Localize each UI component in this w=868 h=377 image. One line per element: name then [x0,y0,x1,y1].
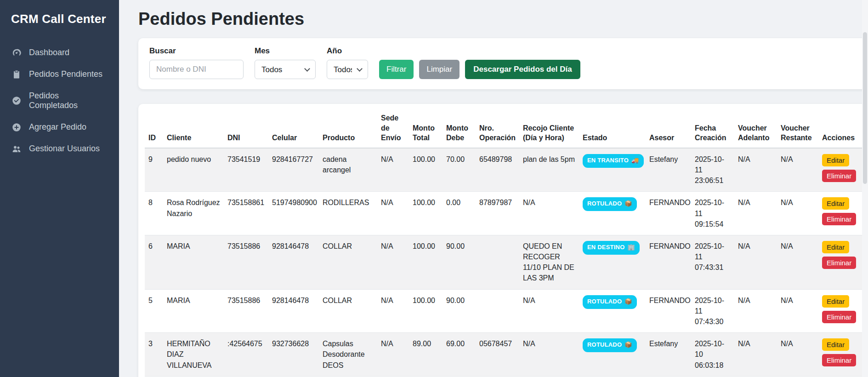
col-header-fecha-creacion: Fecha Creación [691,109,734,148]
estado-label: EN DESTINO [587,244,624,251]
estado-icon: 🏢 [627,244,635,251]
col-header-recojo-cliente: Recojo Cliente (Día y Hora) [519,109,579,148]
cell-dni: 735158861 [224,192,268,235]
sidebar-item-pedidos-pendientes[interactable]: Pedidos Pendientes [0,63,119,85]
anio-select[interactable]: Todos [327,60,368,79]
sidebar-item-pedidos-completados[interactable]: Pedidos Completados [0,85,119,116]
cell-monto-debe: 69.00 [443,333,476,377]
eliminar-button[interactable]: Eliminar [822,311,856,323]
cell-id: 8 [145,192,163,235]
cell-fecha-creacion: 2025-10-11 07:43:31 [691,235,734,289]
descargar-pedidos-button[interactable]: Descargar Pedidos del Día [465,60,580,79]
cell-id: 5 [145,289,163,333]
cell-celular: 9284167727 [268,148,319,192]
sidebar-item-agregar-pedido[interactable]: Agregar Pedido [0,116,119,138]
cell-monto-total: 100.00 [409,148,443,192]
table-row: 6 MARIA 73515886 928146478 COLLAR N/A 10… [145,235,862,289]
estado-badge: ROTULADO📦 [583,295,637,309]
cell-asesor: Estefany [646,148,691,192]
col-header-sede-envio: Sede de Envío [377,109,409,148]
cell-monto-debe: 90.00 [443,235,476,289]
sidebar: CRM Call Center Dashboard Pedidos Pendie… [0,0,119,377]
table-header-row: ID Cliente DNI Celular Producto Sede de … [145,109,862,148]
col-header-producto: Producto [319,109,377,148]
main-content: Pedidos Pendientes Buscar Mes Todos Año [119,0,868,377]
cell-estado: ROTULADO📦 [579,192,646,235]
cell-estado: ROTULADO📦 [579,333,646,377]
cell-nro-operacion [476,289,519,333]
cell-cliente: MARIA [163,235,224,289]
cell-celular: 932736628 [268,333,319,377]
cell-celular: 51974980900 [268,192,319,235]
cell-celular: 928146478 [268,235,319,289]
col-header-nro-operacion: Nro. Operación [476,109,519,148]
app-root: CRM Call Center Dashboard Pedidos Pendie… [0,0,868,377]
cell-voucher-adelanto: N/A [734,289,777,333]
mes-select[interactable]: Todos [255,60,316,79]
search-input[interactable] [149,60,244,79]
cell-monto-debe: 0.00 [443,192,476,235]
cell-estado: ROTULADO📦 [579,289,646,333]
eliminar-button[interactable]: Eliminar [822,170,856,182]
table-row: 8 Rosa Rodríguez Nazario 735158861 51974… [145,192,862,235]
estado-label: EN TRANSITO [587,157,629,164]
sidebar-item-dashboard[interactable]: Dashboard [0,42,119,63]
estado-badge: EN TRANSITO🚚 [583,154,644,168]
cell-cliente: HERMITAÑO DIAZ VILLANUEVA [163,333,224,377]
cell-sede-envio: N/A [377,148,409,192]
cell-acciones: Editar Eliminar [818,235,862,289]
cell-voucher-restante: N/A [777,289,818,333]
cell-producto: cadena arcangel [319,148,377,192]
col-header-cliente: Cliente [163,109,224,148]
cell-producto: Capsulas Desodorante DEOS [319,333,377,377]
clipboard-icon [12,70,21,79]
anio-group: Año Todos [327,46,368,79]
estado-label: ROTULADO [587,200,622,207]
cell-acciones: Editar Eliminar [818,289,862,333]
editar-button[interactable]: Editar [822,241,849,253]
cell-cliente: pedido nuevo [163,148,224,192]
cell-monto-debe: 90.00 [443,289,476,333]
cell-dni: 73541519 [224,148,268,192]
cell-nro-operacion: 87897987 [476,192,519,235]
sidebar-item-label: Pedidos Completados [29,91,107,110]
orders-table-card: ID Cliente DNI Celular Producto Sede de … [138,104,868,377]
cell-recojo-cliente: N/A [519,192,579,235]
cell-dni: :42564675 [224,333,268,377]
cell-voucher-adelanto: N/A [734,192,777,235]
cell-monto-debe: 70.00 [443,148,476,192]
buscar-label: Buscar [149,46,244,56]
editar-button[interactable]: Editar [822,295,849,308]
cell-id: 6 [145,235,163,289]
cell-fecha-creacion: 2025-10-10 06:03:18 [691,333,734,377]
cell-nro-operacion: 05678457 [476,333,519,377]
page-scrollbar[interactable] [862,0,868,377]
cell-recojo-cliente: plan de las 5pm [519,148,579,192]
cell-recojo-cliente: N/A [519,333,579,377]
eliminar-button[interactable]: Eliminar [822,354,856,366]
cell-producto: COLLAR [319,235,377,289]
eliminar-button[interactable]: Eliminar [822,213,856,225]
editar-button[interactable]: Editar [822,197,849,210]
col-header-celular: Celular [268,109,319,148]
limpiar-button[interactable]: Limpiar [419,60,460,79]
cell-nro-operacion: 65489798 [476,148,519,192]
filtrar-button[interactable]: Filtrar [379,60,414,79]
estado-label: ROTULADO [587,341,622,348]
cell-id: 9 [145,148,163,192]
cell-monto-total: 89.00 [409,333,443,377]
col-header-monto-total: Monto Total [409,109,443,148]
scrollbar-thumb[interactable] [863,32,867,184]
cell-recojo-cliente: QUEDO EN RECOGER 11/10 PLAN DE LAS 3PM [519,235,579,289]
cell-voucher-restante: N/A [777,235,818,289]
cell-asesor: Estefany [646,333,691,377]
editar-button[interactable]: Editar [822,338,849,351]
editar-button[interactable]: Editar [822,154,849,166]
eliminar-button[interactable]: Eliminar [822,257,856,269]
cell-id: 3 [145,333,163,377]
cell-voucher-adelanto: N/A [734,333,777,377]
cell-asesor: FERNANDO [646,192,691,235]
users-icon [12,144,21,154]
sidebar-item-gestionar-usuarios[interactable]: Gestionar Usuarios [0,138,119,160]
cell-asesor: FERNANDO [646,235,691,289]
